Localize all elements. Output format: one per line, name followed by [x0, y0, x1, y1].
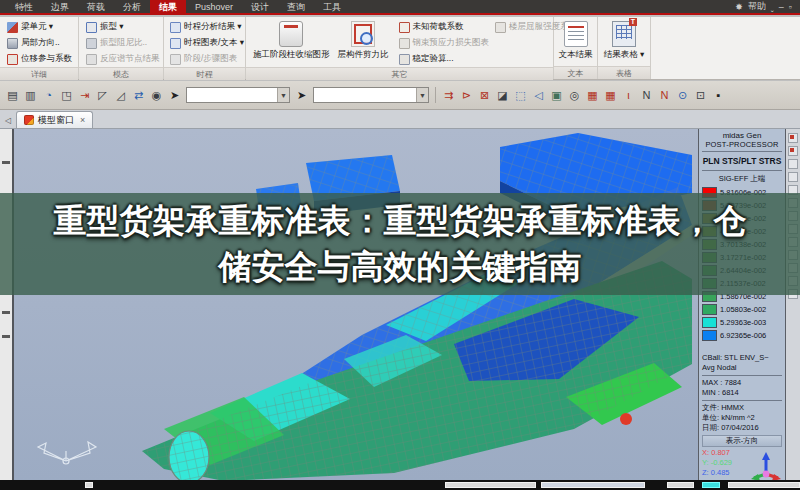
toolbar-icon[interactable]: ⇥ [76, 87, 93, 104]
model-viewport[interactable] [14, 129, 698, 480]
text-results-button[interactable]: 文本结果 [555, 19, 597, 66]
toolbar-icon[interactable]: ◎ [566, 87, 583, 104]
story-member-shear-ratio-button[interactable]: 层构件剪力比 [334, 19, 393, 67]
toolbar-icon[interactable]: ◳ [58, 87, 75, 104]
th-results-button[interactable]: 时程分析结果 ▾ [170, 19, 244, 35]
mode-shape-icon [86, 22, 97, 33]
right-toolbar-icon[interactable] [788, 146, 798, 156]
document-tab-bar: ◁ 模型窗口 × [0, 110, 800, 129]
beam-element-button[interactable]: 梁单元 ▾ [7, 19, 72, 35]
displacement-factor-button[interactable]: 位移参与系数 [7, 51, 72, 67]
local-direction-icon [7, 38, 18, 49]
toolbar-icon[interactable]: ⇄ [130, 87, 147, 104]
help-icon[interactable]: ✸ [735, 2, 743, 12]
menu-tab[interactable]: 工具 [314, 0, 350, 13]
toolbar-icon[interactable]: ⬚ [512, 87, 529, 104]
menu-tab[interactable]: 荷载 [78, 0, 114, 13]
toolbar-icon[interactable]: Ν [638, 87, 655, 104]
toolbar-icon[interactable]: ▦ [602, 87, 619, 104]
unknown-load-factor-button[interactable]: 未知荷载系数 [399, 19, 490, 35]
view-direction-label: 表示-方向 [702, 435, 782, 447]
result-tables-icon [612, 21, 636, 47]
min-value-label: MIN : 6814 [702, 388, 782, 398]
named-selection-combobox[interactable]: ▼ [313, 87, 429, 103]
legend-value: 5.29363e-003 [720, 318, 766, 327]
ribbon-group-other: 施工阶段柱收缩图形 层构件剪力比 未知荷载系数 钢束预应力损失图表 稳定验算..… [246, 17, 554, 79]
restore-button[interactable]: ▫ [789, 2, 792, 12]
th-graph-text-button[interactable]: 时程图表/文本 ▾ [170, 35, 244, 51]
toolbar-icon[interactable]: ⊙ [674, 87, 691, 104]
right-toolbar-icon[interactable] [788, 133, 798, 143]
modal-damping-button[interactable]: 振型阻尼比.. [86, 35, 160, 51]
toolbar-icon[interactable]: ▪ [710, 87, 727, 104]
stage-step-graph-button[interactable]: 阶段/步骤图表 [170, 51, 244, 67]
mode-shape-button[interactable]: 振型 ▾ [86, 19, 160, 35]
stability-check-button[interactable]: 稳定验算... [399, 51, 490, 67]
toolbar-icon[interactable]: ι [620, 87, 637, 104]
toolbar-icon[interactable]: Ν [656, 87, 673, 104]
date-label: 日期: 07/04/2016 [702, 423, 782, 433]
result-tables-button[interactable]: 结果表格 ▾ [600, 19, 649, 66]
toolbar-icon[interactable]: ◿ [112, 87, 129, 104]
toolbar-icon[interactable]: ◪ [494, 87, 511, 104]
help-label[interactable]: 帮助 [748, 0, 766, 13]
menu-tab[interactable]: 边界 [42, 0, 78, 13]
select-filter-combobox[interactable]: ▼ [186, 87, 290, 103]
unit-label: 单位: kN/mm ^2 [702, 413, 782, 423]
toolbar-icon[interactable]: ▥ [22, 87, 39, 104]
toolbar-icon[interactable]: ◔ [40, 87, 57, 104]
toolbar-icon[interactable]: ▦ [584, 87, 601, 104]
construction-stage-column-button[interactable]: 施工阶段柱收缩图形 [249, 19, 334, 67]
toolbar-icon[interactable]: ▣ [548, 87, 565, 104]
minimize-button[interactable]: – [779, 2, 784, 12]
toolbar-icon[interactable]: ⊳ [458, 87, 475, 104]
menu-tab[interactable]: 分析 [114, 0, 150, 13]
toolbar-icon[interactable]: ◸ [94, 87, 111, 104]
ribbon-group-timehistory: 时程分析结果 ▾ 时程图表/文本 ▾ 阶段/步骤图表 时程 [164, 17, 246, 79]
right-toolbar-icon[interactable] [788, 172, 798, 182]
toolbar-icon[interactable]: ⊡ [692, 87, 709, 104]
response-spectrum-button[interactable]: 反应谱节点结果 [86, 51, 160, 67]
chevron-down-icon[interactable]: ▼ [416, 88, 428, 102]
group-label-timehistory: 时程 [164, 67, 245, 80]
toolbar-icon[interactable]: ➤ [166, 87, 183, 104]
right-toolbar-icon[interactable] [788, 159, 798, 169]
taskbar-item[interactable] [667, 482, 694, 488]
stability-check-icon [399, 54, 410, 65]
toolbar-icon[interactable]: ◉ [148, 87, 165, 104]
legend-row: 1.05803e-002 [702, 303, 782, 316]
tab-model-window[interactable]: 模型窗口 × [16, 111, 93, 128]
chevron-down-icon[interactable]: ▼ [277, 88, 289, 102]
chevron-down-icon[interactable]: ˬ [771, 2, 774, 12]
tab-scroll-left-icon[interactable]: ◁ [0, 113, 16, 128]
group-label-other: 其它 [246, 67, 553, 80]
midas-gen-window: 特性边界荷载分析结果Pushover设计查询工具 ✸ 帮助 ˬ – ▫ 梁单元 … [0, 0, 800, 490]
menu-tab[interactable]: Pushover [186, 0, 242, 13]
taskbar-item[interactable] [728, 482, 800, 488]
th-graph-text-icon [170, 38, 181, 49]
axis-triad-icon [750, 450, 782, 484]
menu-tab[interactable]: 结果 [150, 0, 186, 13]
pick-icon[interactable]: ➤ [293, 87, 310, 104]
ribbon: 梁单元 ▾ 局部方向.. 位移参与系数 详细 振型 ▾ 振型阻尼比.. 反应谱节… [0, 17, 800, 80]
tendon-loss-graph-button[interactable]: 钢束预应力损失图表 [399, 35, 490, 51]
dock-grip [2, 335, 10, 338]
stage-step-graph-icon [170, 54, 181, 65]
close-icon[interactable]: × [80, 115, 85, 125]
menu-tab[interactable]: 特性 [6, 0, 42, 13]
menu-tab[interactable]: 查询 [278, 0, 314, 13]
taskbar-item[interactable] [702, 482, 719, 488]
group-label-detail: 详细 [0, 67, 78, 80]
dock-grip [2, 311, 10, 314]
toolbar-icon[interactable]: ▤ [4, 87, 21, 104]
toolbar-icon[interactable]: ◁ [530, 87, 547, 104]
toolbar-icon[interactable]: ⇉ [440, 87, 457, 104]
taskbar-item[interactable] [541, 482, 645, 488]
ribbon-group-table: 结果表格 ▾ 表格 [598, 17, 651, 79]
toolbar-icon[interactable]: ⊠ [476, 87, 493, 104]
left-dock-strip[interactable] [0, 129, 14, 480]
local-direction-button[interactable]: 局部方向.. [7, 35, 72, 51]
menu-tab[interactable]: 设计 [242, 0, 278, 13]
taskbar-item[interactable] [445, 482, 537, 488]
taskbar-item[interactable] [85, 482, 93, 488]
